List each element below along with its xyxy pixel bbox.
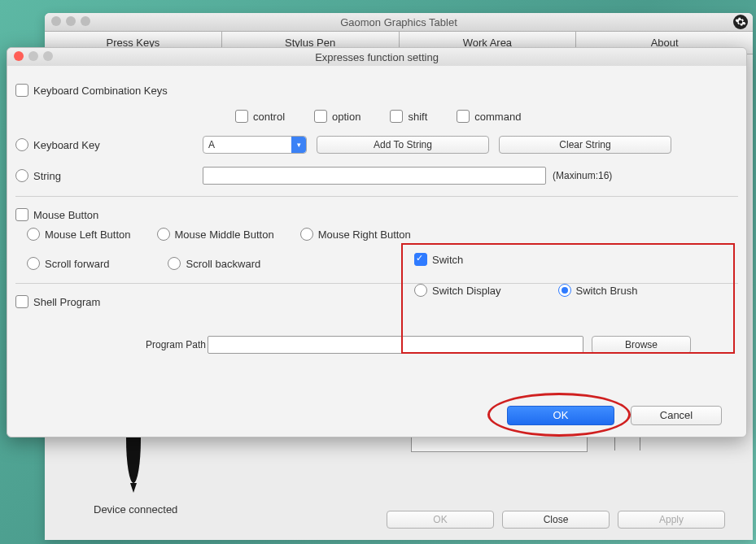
switch-display-radio[interactable]	[414, 284, 427, 297]
mouse-right-label: Mouse Right Button	[318, 228, 411, 241]
close-icon[interactable]	[51, 16, 61, 26]
command-label: command	[474, 111, 521, 123]
divider	[15, 196, 738, 197]
switch-brush-label: Switch Brush	[576, 285, 638, 297]
scroll-backward-radio[interactable]	[168, 257, 181, 270]
main-title: Gaomon Graphics Tablet	[340, 16, 457, 28]
switch-checkbox[interactable]	[414, 253, 427, 266]
zoom-icon[interactable]	[81, 16, 90, 26]
kbd-combo-checkbox[interactable]	[15, 84, 28, 97]
chevron-down-icon: ▾	[291, 137, 306, 153]
traffic-lights-main[interactable]	[51, 16, 90, 26]
string-max-label: (Maxinum:16)	[553, 170, 612, 181]
scroll-forward-radio[interactable]	[27, 257, 40, 270]
dialog-ok-button[interactable]: OK	[507, 406, 614, 425]
mouse-middle-label: Mouse Middle Button	[175, 228, 274, 241]
kbd-key-label: Keyboard Key	[33, 139, 100, 151]
mouse-middle-radio[interactable]	[157, 228, 170, 241]
zoom-icon[interactable]	[43, 51, 53, 61]
string-label: String	[33, 170, 61, 182]
key-select[interactable]: A ▾	[203, 136, 307, 154]
function-dialog: Expresses function setting Keyboard Comb…	[7, 47, 747, 437]
scroll-backward-label: Scroll backward	[186, 258, 260, 270]
kbd-key-radio[interactable]	[15, 138, 28, 151]
main-close-button[interactable]: Close	[502, 511, 610, 529]
clear-string-button[interactable]: Clear String	[499, 136, 671, 154]
shift-checkbox[interactable]	[390, 110, 403, 123]
switch-label: Switch	[432, 254, 463, 266]
main-titlebar: Gaomon Graphics Tablet	[45, 13, 753, 31]
main-apply-button[interactable]: Apply	[618, 511, 725, 529]
control-label: control	[253, 111, 285, 123]
switch-brush-radio[interactable]	[558, 284, 571, 297]
control-checkbox[interactable]	[235, 110, 248, 123]
program-path-label: Program Path	[146, 339, 206, 350]
close-icon[interactable]	[14, 51, 24, 61]
switch-display-label: Switch Display	[432, 285, 501, 297]
dialog-cancel-button[interactable]: Cancel	[631, 406, 722, 425]
shell-program-label: Shell Program	[33, 296, 100, 308]
main-ok-button[interactable]: OK	[387, 511, 494, 529]
shift-label: shift	[408, 111, 427, 123]
gear-icon[interactable]	[733, 15, 748, 29]
shell-program-checkbox[interactable]	[15, 295, 28, 308]
dialog-title: Expresses function setting	[315, 51, 439, 63]
add-to-string-button[interactable]: Add To String	[317, 136, 489, 154]
string-input[interactable]	[203, 167, 546, 185]
mouse-right-radio[interactable]	[300, 228, 313, 241]
option-checkbox[interactable]	[314, 110, 327, 123]
key-select-value: A	[208, 139, 215, 150]
mouse-button-checkbox[interactable]	[15, 208, 28, 221]
mouse-button-label: Mouse Button	[33, 209, 98, 221]
traffic-lights-dialog[interactable]	[14, 51, 53, 61]
string-radio[interactable]	[15, 169, 28, 182]
device-status: Device connected	[94, 503, 177, 516]
switch-highlight-box: Switch Switch Display Switch Brush	[401, 243, 735, 354]
kbd-combo-label: Keyboard Combination Keys	[33, 85, 168, 97]
scroll-forward-label: Scroll forward	[45, 258, 109, 270]
minimize-icon[interactable]	[28, 51, 38, 61]
minimize-icon[interactable]	[66, 16, 76, 26]
option-label: option	[332, 111, 361, 123]
command-checkbox[interactable]	[457, 110, 470, 123]
pen-tip-icon	[130, 483, 137, 493]
mouse-left-label: Mouse Left Button	[45, 228, 131, 241]
dialog-titlebar: Expresses function setting	[7, 48, 746, 66]
mouse-left-radio[interactable]	[27, 228, 40, 241]
